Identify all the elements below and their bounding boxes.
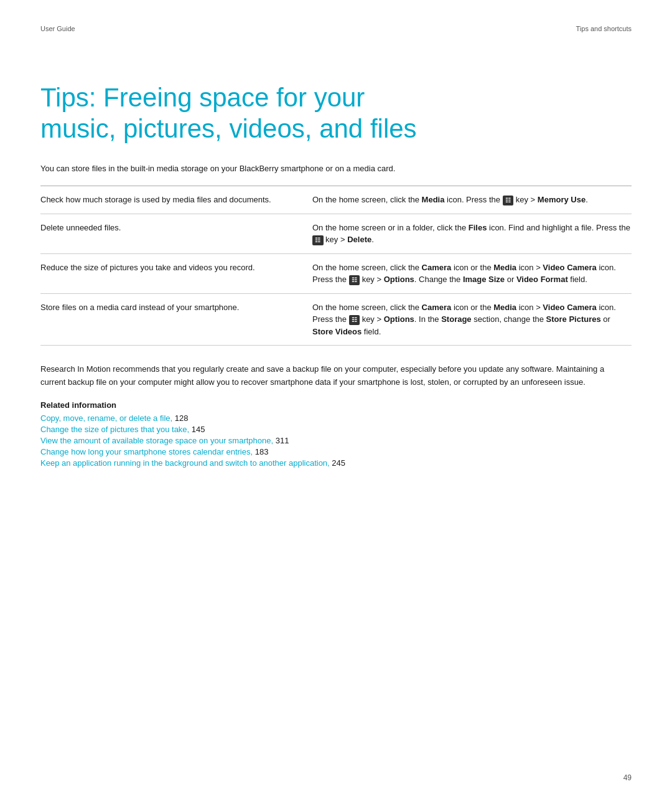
related-link-item: Copy, move, rename, or delete a file, 12… xyxy=(40,413,632,423)
tips-table: Check how much storage is used by media … xyxy=(40,186,632,346)
footer-text: Research In Motion recommends that you r… xyxy=(40,363,632,389)
related-link-page: 128 xyxy=(172,413,188,423)
related-link-page: 145 xyxy=(189,425,205,434)
header: User Guide Tips and shortcuts xyxy=(40,25,632,32)
related-link-item: Change the size of pictures that you tak… xyxy=(40,425,632,434)
table-cell-right: On the home screen or in a folder, click… xyxy=(312,222,632,246)
page: User Guide Tips and shortcuts Tips: Free… xyxy=(0,0,672,807)
table-row: Check how much storage is used by media … xyxy=(40,186,632,214)
related-link[interactable]: Keep an application running in the backg… xyxy=(40,458,330,468)
header-left: User Guide xyxy=(40,25,75,32)
page-number: 49 xyxy=(623,773,632,782)
table-cell-left: Delete unneeded files. xyxy=(40,222,312,246)
table-cell-left: Reduce the size of pictures you take and… xyxy=(40,262,312,286)
intro-text: You can store files in the built-in medi… xyxy=(40,163,632,175)
related-link-item: View the amount of available storage spa… xyxy=(40,436,632,445)
page-title: Tips: Freeing space for your music, pict… xyxy=(40,82,439,145)
related-link[interactable]: Change the size of pictures that you tak… xyxy=(40,425,189,434)
related-info-title: Related information xyxy=(40,400,632,410)
table-row: Store files on a media card instead of y… xyxy=(40,294,632,346)
related-link-item: Change how long your smartphone stores c… xyxy=(40,447,632,456)
related-link-item: Keep an application running in the backg… xyxy=(40,458,632,468)
table-cell-right: On the home screen, click the Camera ico… xyxy=(312,262,632,286)
related-link-page: 183 xyxy=(253,447,268,456)
related-info: Related information Copy, move, rename, … xyxy=(40,400,632,468)
table-cell-right: On the home screen, click the Media icon… xyxy=(312,194,632,206)
related-link[interactable]: Change how long your smartphone stores c… xyxy=(40,447,253,456)
related-link[interactable]: Copy, move, rename, or delete a file, xyxy=(40,413,172,423)
related-link-page: 311 xyxy=(273,436,289,445)
table-row: Reduce the size of pictures you take and… xyxy=(40,254,632,294)
table-row: Delete unneeded files.On the home screen… xyxy=(40,214,632,254)
table-cell-left: Store files on a media card instead of y… xyxy=(40,301,312,338)
related-links: Copy, move, rename, or delete a file, 12… xyxy=(40,413,632,468)
table-cell-left: Check how much storage is used by media … xyxy=(40,194,312,206)
related-link[interactable]: View the amount of available storage spa… xyxy=(40,436,273,445)
header-right: Tips and shortcuts xyxy=(576,25,632,32)
table-cell-right: On the home screen, click the Camera ico… xyxy=(312,301,632,338)
related-link-page: 245 xyxy=(330,458,345,468)
